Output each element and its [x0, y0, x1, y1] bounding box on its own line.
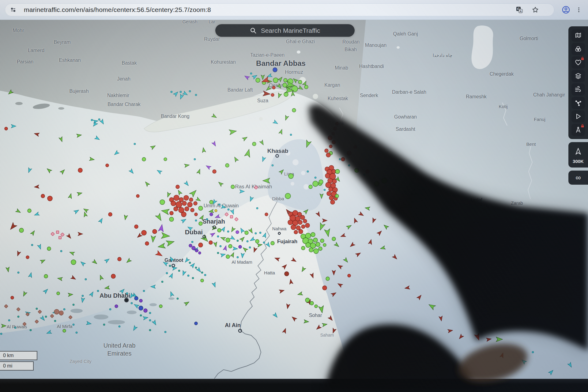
- vessel-marker[interactable]: [354, 145, 357, 149]
- vessel-marker[interactable]: [184, 300, 190, 306]
- vessel-marker[interactable]: [50, 314, 54, 318]
- vessel-marker[interactable]: [151, 285, 155, 288]
- vessel-marker[interactable]: [217, 181, 223, 187]
- vessel-marker[interactable]: [22, 291, 27, 297]
- vessel-marker[interactable]: [82, 295, 83, 296]
- vessel-marker[interactable]: [247, 240, 248, 242]
- city-marker[interactable]: [125, 298, 129, 302]
- vessel-marker[interactable]: [80, 261, 85, 266]
- vessel-marker[interactable]: [288, 220, 293, 225]
- vessel-marker[interactable]: [196, 197, 202, 202]
- vessel-marker[interactable]: [54, 309, 59, 314]
- vessel-marker[interactable]: [285, 193, 291, 199]
- vessel-marker[interactable]: [46, 168, 52, 173]
- vessel-marker[interactable]: [210, 213, 213, 216]
- vessel-marker[interactable]: [66, 234, 72, 239]
- vessel-marker[interactable]: [104, 258, 110, 263]
- vessel-marker[interactable]: [0, 333, 2, 334]
- vessel-marker[interactable]: [235, 217, 238, 221]
- vessel-marker[interactable]: [212, 282, 217, 288]
- vessel-marker[interactable]: [278, 76, 283, 82]
- vessel-marker[interactable]: [242, 136, 248, 141]
- vessel-marker[interactable]: [288, 174, 293, 179]
- vessel-marker[interactable]: [291, 316, 297, 321]
- vessel-marker[interactable]: [195, 267, 197, 268]
- vessel-marker[interactable]: [8, 319, 10, 321]
- vessel-marker[interactable]: [226, 255, 230, 258]
- vessel-marker[interactable]: [405, 286, 410, 290]
- vessel-marker[interactable]: [195, 94, 197, 96]
- vessel-marker[interactable]: [78, 168, 82, 172]
- vessel-marker[interactable]: [47, 247, 51, 251]
- vessel-marker[interactable]: [143, 290, 145, 292]
- vessel-marker[interactable]: [201, 279, 204, 282]
- vessel-marker[interactable]: [296, 226, 300, 230]
- vessel-marker[interactable]: [230, 227, 235, 233]
- vessel-marker[interactable]: [255, 232, 256, 234]
- vessel-marker[interactable]: [291, 258, 297, 263]
- vessel-marker[interactable]: [277, 84, 282, 89]
- vessel-marker[interactable]: [332, 237, 336, 241]
- vessel-marker[interactable]: [213, 170, 216, 173]
- vessel-marker[interactable]: [315, 305, 318, 308]
- vessel-marker[interactable]: [166, 239, 175, 246]
- vessel-marker[interactable]: [129, 169, 134, 175]
- layers-button[interactable]: [571, 70, 585, 82]
- vessel-marker[interactable]: [145, 242, 149, 245]
- vessel-marker[interactable]: [249, 196, 254, 202]
- bookmark-star-icon[interactable]: [530, 4, 541, 15]
- vessel-marker[interactable]: [204, 274, 206, 276]
- vessel-marker[interactable]: [272, 164, 273, 166]
- vessel-marker[interactable]: [174, 207, 178, 211]
- vessel-marker[interactable]: [68, 193, 73, 198]
- vessel-marker[interactable]: [313, 238, 318, 242]
- vessel-marker[interactable]: [225, 164, 229, 167]
- vessel-marker[interactable]: [285, 272, 289, 276]
- vessel-marker[interactable]: [179, 94, 184, 100]
- vessel-marker[interactable]: [139, 306, 143, 310]
- vessel-marker[interactable]: [205, 164, 211, 169]
- vessel-marker[interactable]: [322, 219, 327, 222]
- vessel-marker[interactable]: [486, 337, 492, 341]
- vessel-marker[interactable]: [568, 362, 573, 368]
- vessel-marker[interactable]: [316, 212, 321, 217]
- vessel-marker[interactable]: [521, 359, 526, 364]
- vessel-marker[interactable]: [178, 270, 180, 271]
- vessel-marker[interactable]: [335, 194, 339, 198]
- vessel-marker[interactable]: [69, 251, 75, 255]
- vessel-marker[interactable]: [99, 275, 104, 280]
- vessel-marker[interactable]: [6, 267, 10, 272]
- vessel-marker[interactable]: [368, 239, 373, 244]
- vessel-marker[interactable]: [41, 194, 45, 198]
- vessel-marker[interactable]: [189, 90, 190, 92]
- vessel-marker[interactable]: [240, 190, 244, 193]
- vessel-marker[interactable]: [263, 178, 270, 183]
- vessel-marker[interactable]: [299, 229, 303, 234]
- vessel-marker[interactable]: [132, 326, 137, 331]
- vessel-marker[interactable]: [284, 115, 289, 121]
- vessel-marker[interactable]: [69, 315, 72, 319]
- vessel-marker[interactable]: [249, 237, 255, 242]
- vessel-marker[interactable]: [241, 253, 244, 258]
- vessel-marker[interactable]: [314, 249, 318, 254]
- vessel-marker[interactable]: [330, 200, 335, 204]
- vessel-marker[interactable]: [265, 86, 271, 92]
- vessel-marker[interactable]: [143, 316, 148, 320]
- vessel-marker[interactable]: [156, 169, 162, 174]
- vessel-marker[interactable]: [271, 241, 274, 245]
- vessel-marker[interactable]: [98, 119, 100, 120]
- vessel-marker[interactable]: [286, 304, 290, 309]
- vessel-marker[interactable]: [242, 247, 248, 252]
- vessel-marker[interactable]: [160, 200, 165, 205]
- vessel-marker[interactable]: [215, 214, 220, 219]
- vessel-marker[interactable]: [77, 133, 82, 137]
- vessel-marker[interactable]: [309, 185, 312, 189]
- vessel-marker[interactable]: [141, 230, 146, 235]
- infinity-panel[interactable]: ∞: [568, 171, 588, 185]
- vessel-marker[interactable]: [78, 232, 83, 236]
- vessel-marker[interactable]: [217, 252, 219, 254]
- vessel-marker[interactable]: [263, 242, 265, 243]
- vessel-marker[interactable]: [189, 262, 190, 263]
- vessel-marker[interactable]: [237, 256, 238, 258]
- vessel-marker[interactable]: [91, 119, 92, 121]
